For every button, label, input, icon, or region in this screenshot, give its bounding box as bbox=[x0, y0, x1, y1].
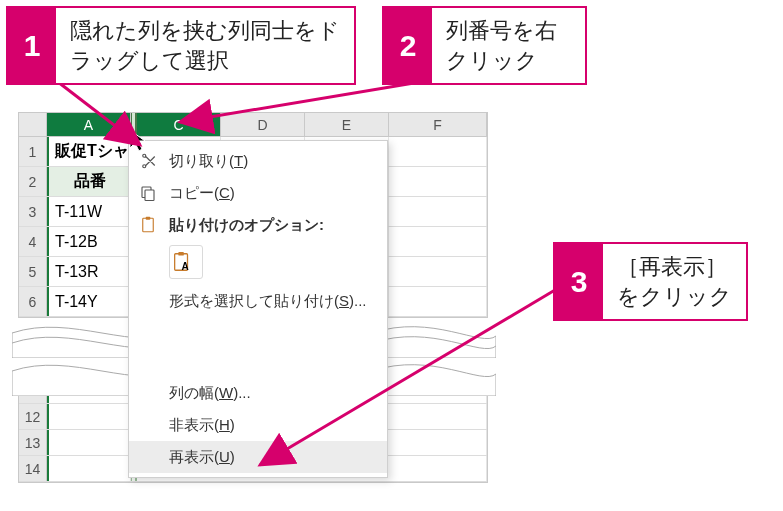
callout-1: 1 隠れた列を挟む列同士をドラッグして選択 bbox=[6, 6, 356, 85]
cell[interactable]: T-14Y bbox=[47, 287, 131, 316]
menu-label: 形式を選択して貼り付け(S)... bbox=[169, 292, 367, 311]
callout-3: 3 ［再表示］をクリック bbox=[553, 242, 748, 321]
row-number[interactable]: 13 bbox=[19, 430, 47, 455]
menu-label: 再表示(U) bbox=[169, 448, 235, 467]
cell[interactable] bbox=[389, 167, 487, 196]
column-headers: A C D E F bbox=[19, 113, 487, 137]
col-header-D[interactable]: D bbox=[221, 113, 305, 136]
row-number[interactable]: 11 bbox=[19, 378, 47, 403]
menu-cut[interactable]: 切り取り(T) bbox=[129, 145, 387, 177]
cell[interactable] bbox=[47, 456, 131, 481]
svg-rect-5 bbox=[143, 218, 154, 232]
callout-2: 2 列番号を右クリック bbox=[382, 6, 587, 85]
menu-gap bbox=[129, 357, 387, 377]
cell[interactable]: T-12B bbox=[47, 227, 131, 256]
svg-rect-6 bbox=[146, 217, 151, 220]
select-all-corner[interactable] bbox=[19, 113, 47, 136]
menu-paste-options: 貼り付けのオプション: bbox=[129, 209, 387, 241]
menu-unhide[interactable]: 再表示(U) bbox=[129, 441, 387, 473]
blank-icon bbox=[137, 415, 159, 435]
menu-column-width[interactable]: 列の幅(W)... bbox=[129, 377, 387, 409]
context-menu: 切り取り(T) コピー(C) 貼り付けのオプション: A 形式を選択して貼り付け… bbox=[128, 140, 388, 478]
menu-label: 切り取り(T) bbox=[169, 152, 248, 171]
row-number[interactable]: 1 bbox=[19, 137, 47, 166]
cell[interactable] bbox=[389, 137, 487, 166]
callout-3-text: ［再表示］をクリック bbox=[603, 244, 746, 319]
menu-copy[interactable]: コピー(C) bbox=[129, 177, 387, 209]
row-number[interactable]: 6 bbox=[19, 287, 47, 316]
cell[interactable]: 品番 bbox=[47, 167, 131, 196]
cell[interactable] bbox=[389, 257, 487, 286]
menu-paste-special[interactable]: 形式を選択して貼り付け(S)... bbox=[129, 285, 387, 317]
menu-label: 列の幅(W)... bbox=[169, 384, 251, 403]
svg-rect-4 bbox=[145, 190, 154, 201]
col-header-A[interactable]: A bbox=[47, 113, 131, 136]
cell[interactable]: T-13R bbox=[47, 257, 131, 286]
menu-gap bbox=[129, 317, 387, 337]
cell[interactable]: T-11W bbox=[47, 197, 131, 226]
cell[interactable] bbox=[389, 227, 487, 256]
row-number[interactable]: 4 bbox=[19, 227, 47, 256]
blank-icon bbox=[137, 291, 159, 311]
cell[interactable] bbox=[389, 287, 487, 316]
callout-2-number: 2 bbox=[384, 8, 432, 83]
row-number[interactable]: 14 bbox=[19, 456, 47, 481]
menu-label: 非表示(H) bbox=[169, 416, 235, 435]
row-number[interactable]: 5 bbox=[19, 257, 47, 286]
svg-rect-8 bbox=[179, 252, 185, 256]
callout-3-number: 3 bbox=[555, 244, 603, 319]
menu-gap bbox=[129, 337, 387, 357]
callout-2-text: 列番号を右クリック bbox=[432, 8, 585, 83]
cursor-icon bbox=[128, 128, 154, 154]
menu-hide[interactable]: 非表示(H) bbox=[129, 409, 387, 441]
callout-1-number: 1 bbox=[8, 8, 56, 83]
paste-option-buttons: A bbox=[129, 241, 387, 285]
col-header-F[interactable]: F bbox=[389, 113, 487, 136]
paste-option-default[interactable]: A bbox=[169, 245, 203, 279]
cell[interactable]: 販促Tシャ bbox=[47, 137, 131, 166]
row-number[interactable]: 3 bbox=[19, 197, 47, 226]
menu-label: コピー(C) bbox=[169, 184, 235, 203]
cell[interactable] bbox=[47, 430, 131, 455]
row-number[interactable]: 12 bbox=[19, 404, 47, 429]
row-number[interactable]: 2 bbox=[19, 167, 47, 196]
scissors-icon bbox=[137, 151, 159, 171]
clipboard-icon bbox=[137, 215, 159, 235]
callout-1-text: 隠れた列を挟む列同士をドラッグして選択 bbox=[56, 8, 354, 83]
paste-option-label: A bbox=[181, 261, 188, 272]
blank-icon bbox=[137, 383, 159, 403]
cell[interactable] bbox=[47, 378, 131, 403]
col-header-E[interactable]: E bbox=[305, 113, 389, 136]
cell[interactable] bbox=[47, 404, 131, 429]
menu-label: 貼り付けのオプション: bbox=[169, 216, 324, 235]
blank-icon bbox=[137, 447, 159, 467]
cell[interactable] bbox=[389, 197, 487, 226]
copy-icon bbox=[137, 183, 159, 203]
